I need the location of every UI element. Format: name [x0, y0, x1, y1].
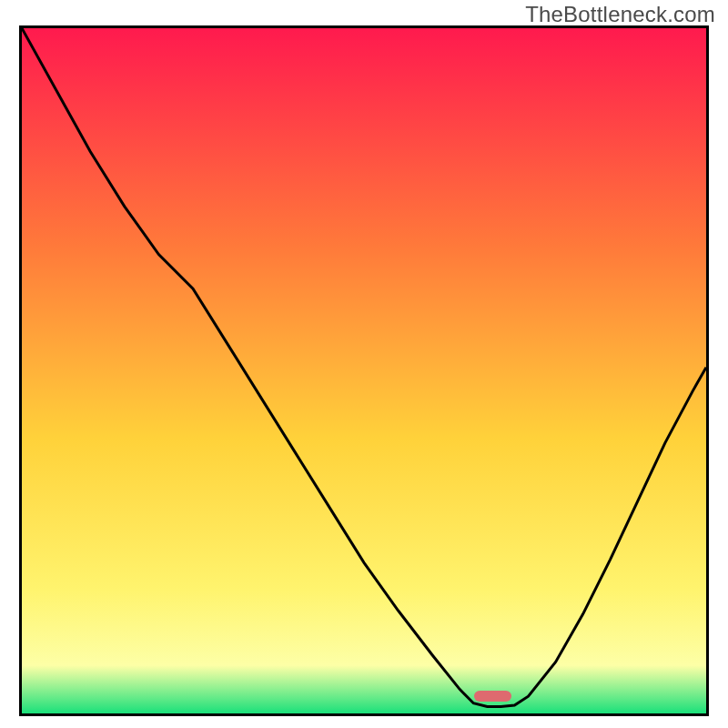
optimum-marker — [474, 691, 511, 702]
chart-frame: TheBottleneck.com — [0, 0, 728, 728]
gradient-background — [22, 28, 706, 713]
plot-area — [19, 25, 709, 716]
watermark-text: TheBottleneck.com — [525, 2, 715, 27]
chart-svg — [22, 28, 706, 713]
